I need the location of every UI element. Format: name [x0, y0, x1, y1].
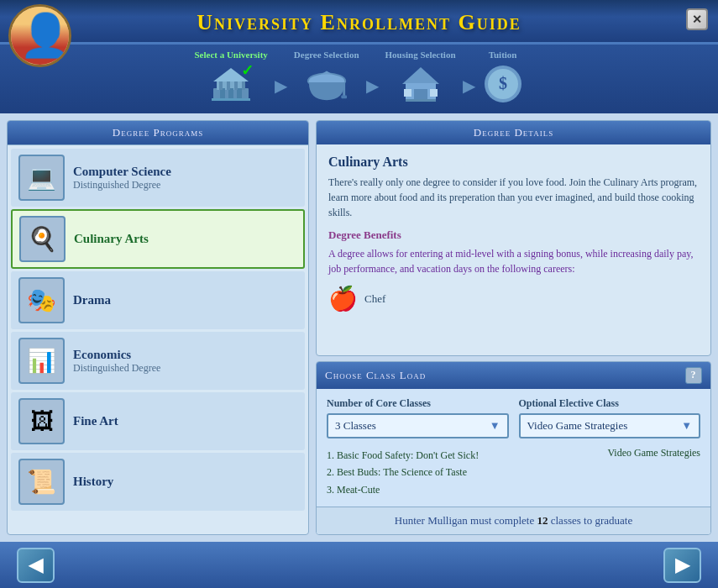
right-panel: Degree Details Culinary Arts There's rea… — [316, 120, 711, 535]
degree-name-economics: Economics — [73, 348, 297, 362]
content-area: Degree Programs 💻 Computer Science Disti… — [0, 113, 718, 542]
degree-name-drama: Drama — [73, 293, 297, 307]
class-load-content: Number of Core Classes 3 Classes ▼ Optio… — [317, 389, 710, 507]
elective-class-group: Optional Elective Class Video Game Strat… — [519, 397, 701, 438]
core-classes-group: Number of Core Classes 3 Classes ▼ — [327, 397, 509, 438]
benefits-title: Degree Benefits — [328, 228, 699, 242]
svg-text:$: $ — [499, 74, 507, 92]
graduate-count: 12 — [537, 514, 548, 527]
svg-rect-14 — [343, 82, 345, 97]
svg-rect-21 — [406, 99, 436, 102]
elective-class-value: Video Game Strategies — [527, 419, 628, 433]
svg-rect-9 — [234, 81, 238, 90]
step-label-housing: Housing Selection — [385, 50, 456, 60]
core-classes-list: 1. Basic Food Safety: Don't Get Sick! 2.… — [327, 447, 509, 498]
core-classes-dropdown[interactable]: 3 Classes ▼ — [327, 413, 509, 438]
svg-rect-10 — [242, 81, 245, 90]
degree-info-fine-art: Fine Art — [73, 414, 297, 428]
degree-programs-panel: Degree Programs 💻 Computer Science Disti… — [7, 120, 309, 535]
degree-subtitle-computer-science: Distinguished Degree — [73, 179, 297, 192]
step-label-tuition: Tuition — [489, 50, 517, 60]
degree-item-history[interactable]: 📜 History — [11, 453, 305, 511]
degree-name-history: History — [73, 475, 297, 489]
degree-subtitle-economics: Distinguished Degree — [73, 362, 297, 375]
svg-rect-19 — [404, 89, 411, 97]
steps-navigation: Select a University ✓ — [0, 45, 718, 113]
step-arrow-3: ▶ — [463, 76, 475, 96]
footer: ◀ ▶ — [0, 542, 718, 588]
graduate-prefix: Hunter Mulligan must complete — [395, 514, 537, 527]
degree-item-fine-art[interactable]: 🖼 Fine Art — [11, 392, 305, 450]
step-label-select-university: Select a University — [194, 50, 267, 60]
optional-classes-list: Video Game Strategies — [519, 447, 701, 498]
step-arrow-1: ▶ — [275, 76, 287, 96]
step-select-university[interactable]: Select a University ✓ — [194, 50, 267, 105]
step-icon-degree — [306, 63, 348, 105]
elective-dropdown-arrow: ▼ — [681, 419, 692, 433]
degree-item-computer-science[interactable]: 💻 Computer Science Distinguished Degree — [11, 149, 305, 207]
svg-rect-5 — [237, 88, 242, 100]
degree-programs-header: Degree Programs — [8, 121, 308, 145]
svg-rect-7 — [219, 81, 223, 90]
step-icon-tuition: $ — [482, 63, 524, 105]
elective-class-label: Optional Elective Class — [519, 397, 701, 410]
svg-rect-15 — [341, 95, 347, 98]
degree-item-drama[interactable]: 🎭 Drama — [11, 271, 305, 329]
degree-icon-fine-art: 🖼 — [18, 398, 65, 444]
degree-info-economics: Economics Distinguished Degree — [73, 348, 297, 375]
degree-icon-culinary-arts: 🍳 — [19, 216, 66, 262]
classes-columns: 1. Basic Food Safety: Don't Get Sick! 2.… — [327, 447, 700, 498]
degree-list: 💻 Computer Science Distinguished Degree … — [8, 145, 308, 534]
step-label-degree-selection: Degree Selection — [294, 50, 359, 60]
core-classes-value: 3 Classes — [335, 419, 376, 433]
forward-button[interactable]: ▶ — [663, 548, 701, 583]
degree-details-header: Degree Details — [317, 121, 710, 144]
help-button[interactable]: ? — [685, 367, 702, 384]
degree-details-panel: Degree Details Culinary Arts There's rea… — [316, 120, 711, 356]
class-load-header: Choose Class Load ? — [317, 362, 710, 389]
step-tuition[interactable]: Tuition $ — [482, 50, 524, 105]
back-button[interactable]: ◀ — [17, 548, 55, 583]
degree-item-culinary-arts[interactable]: 🍳 Culinary Arts — [11, 209, 305, 269]
degree-name-culinary-arts: Culinary Arts — [74, 232, 296, 246]
svg-rect-8 — [227, 81, 230, 90]
degree-info-culinary-arts: Culinary Arts — [74, 232, 296, 246]
step-done-checkmark: ✓ — [241, 61, 254, 80]
core-dropdown-arrow: ▼ — [490, 419, 501, 433]
svg-marker-16 — [402, 67, 439, 84]
career-chef-name: Chef — [364, 292, 385, 306]
svg-rect-20 — [430, 89, 438, 97]
degree-item-economics[interactable]: 📊 Economics Distinguished Degree — [11, 332, 305, 390]
step-degree-selection[interactable]: Degree Selection — [294, 50, 359, 105]
selected-degree-title: Culinary Arts — [328, 155, 699, 170]
core-class-2: 2. Best Buds: The Science of Taste — [327, 464, 509, 480]
career-chef-icon: 🍎 — [328, 285, 358, 312]
degree-info-history: History — [73, 475, 297, 489]
degree-icon-economics: 📊 — [18, 338, 65, 384]
core-classes-label: Number of Core Classes — [327, 397, 509, 410]
elective-class-dropdown[interactable]: Video Game Strategies ▼ — [519, 413, 701, 438]
close-button[interactable]: ✕ — [686, 8, 708, 30]
degree-icon-computer-science: 💻 — [18, 155, 65, 201]
degree-name-computer-science: Computer Science — [73, 165, 297, 179]
svg-rect-3 — [220, 88, 225, 100]
step-icon-housing — [400, 63, 442, 105]
graduate-text: Hunter Mulligan must complete 12 classes… — [317, 507, 710, 534]
degree-info-computer-science: Computer Science Distinguished Degree — [73, 165, 297, 192]
svg-rect-6 — [212, 98, 250, 101]
step-housing-selection[interactable]: Housing Selection — [385, 50, 456, 105]
class-load-panel: Choose Class Load ? Number of Core Class… — [316, 361, 711, 535]
step-arrow-2: ▶ — [366, 76, 379, 96]
graduate-suffix: classes to graduate — [548, 514, 632, 527]
class-load-title: Choose Class Load — [325, 369, 426, 382]
career-chef: 🍎 Chef — [328, 285, 699, 312]
degree-details-content: Culinary Arts There's really only one de… — [317, 144, 710, 352]
core-class-3: 3. Meat-Cute — [327, 481, 509, 498]
degree-info-drama: Drama — [73, 293, 297, 307]
selected-degree-description: There's really only one degree to consid… — [328, 175, 699, 220]
degree-icon-history: 📜 — [18, 459, 65, 505]
svg-rect-4 — [228, 88, 233, 100]
optional-class-1: Video Game Strategies — [519, 447, 701, 459]
selectors-row: Number of Core Classes 3 Classes ▼ Optio… — [327, 397, 700, 438]
svg-rect-18 — [414, 89, 427, 100]
